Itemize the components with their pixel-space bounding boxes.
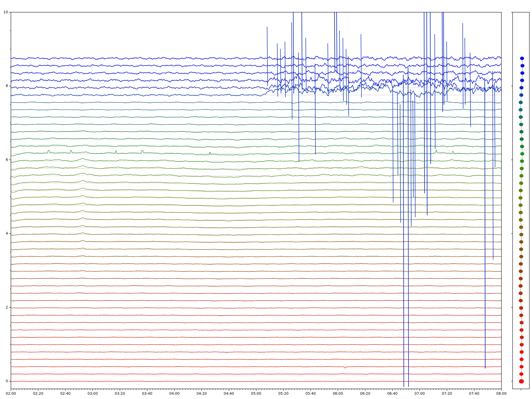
seismogram-canvas — [0, 0, 532, 399]
seismogram-page: SRH 0324 20250708 — [0, 0, 532, 399]
